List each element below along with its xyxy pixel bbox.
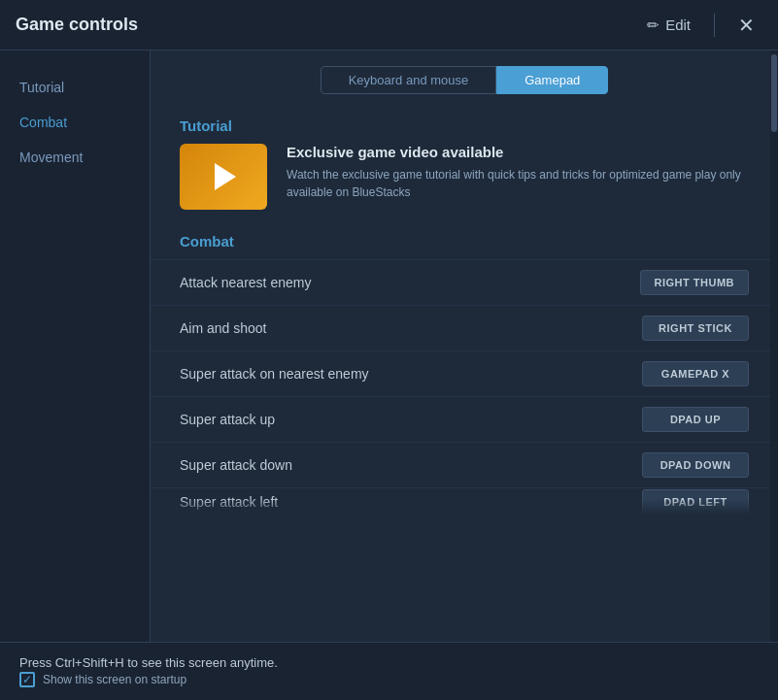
tab-bar: Keyboard and mouse Gamepad bbox=[151, 50, 778, 110]
play-icon bbox=[215, 163, 236, 190]
title-bar: Game controls ✏ Edit ✕ bbox=[0, 0, 778, 50]
footer-content: Press Ctrl+Shift+H to see this screen an… bbox=[19, 655, 278, 687]
close-button[interactable]: ✕ bbox=[730, 12, 762, 39]
tutorial-block: Exclusive game video available Watch the… bbox=[151, 144, 778, 229]
sidebar-item-label: Combat bbox=[19, 115, 67, 130]
startup-checkbox[interactable]: ✓ bbox=[19, 672, 35, 687]
control-binding-button[interactable]: DPAD UP bbox=[642, 407, 749, 432]
control-row: Super attack on nearest enemy GAMEPAD X bbox=[151, 350, 778, 396]
sidebar-item-label: Tutorial bbox=[19, 80, 64, 95]
control-binding-button[interactable]: RIGHT STICK bbox=[642, 316, 749, 341]
content-area: Keyboard and mouse Gamepad Tutorial Excl… bbox=[151, 50, 778, 642]
edit-button[interactable]: ✏ Edit bbox=[639, 13, 698, 38]
startup-checkbox-row: ✓ Show this screen on startup bbox=[19, 672, 278, 687]
control-name: Attack nearest enemy bbox=[180, 275, 311, 290]
tab-gamepad[interactable]: Gamepad bbox=[496, 66, 608, 94]
control-binding-button[interactable]: DPAD DOWN bbox=[642, 452, 749, 478]
edit-label: Edit bbox=[665, 17, 691, 33]
title-bar-left: Game controls bbox=[16, 15, 138, 35]
control-row: Aim and shoot RIGHT STICK bbox=[151, 305, 778, 350]
control-row: Super attack down DPAD DOWN bbox=[151, 442, 778, 487]
control-binding-button[interactable]: DPAD LEFT bbox=[642, 489, 749, 515]
control-row-partial: Super attack left DPAD LEFT bbox=[151, 487, 778, 515]
sidebar-item-tutorial[interactable]: Tutorial bbox=[0, 70, 150, 105]
main-layout: Tutorial Combat Movement Keyboard and mo… bbox=[0, 50, 778, 642]
combat-section-label: Combat bbox=[151, 229, 778, 259]
control-name: Super attack left bbox=[180, 494, 278, 510]
control-name: Super attack up bbox=[180, 412, 275, 427]
tab-keyboard-label: Keyboard and mouse bbox=[349, 73, 469, 87]
window-title: Game controls bbox=[16, 15, 138, 35]
footer: Press Ctrl+Shift+H to see this screen an… bbox=[0, 642, 778, 700]
startup-checkbox-label: Show this screen on startup bbox=[43, 673, 186, 686]
scrollbar-track[interactable] bbox=[770, 50, 778, 642]
sidebar-item-movement[interactable]: Movement bbox=[0, 140, 150, 175]
control-row: Super attack up DPAD UP bbox=[151, 396, 778, 442]
footer-hint: Press Ctrl+Shift+H to see this screen an… bbox=[19, 655, 278, 670]
control-name: Super attack on nearest enemy bbox=[180, 366, 369, 382]
tutorial-heading: Exclusive game video available bbox=[287, 144, 749, 160]
control-row: Attack nearest enemy RIGHT THUMB bbox=[151, 259, 778, 305]
video-thumbnail[interactable] bbox=[180, 144, 267, 210]
close-icon: ✕ bbox=[738, 15, 755, 36]
control-binding-button[interactable]: RIGHT THUMB bbox=[640, 270, 750, 295]
sidebar: Tutorial Combat Movement bbox=[0, 50, 151, 642]
control-binding-button[interactable]: GAMEPAD X bbox=[642, 361, 749, 386]
tab-gamepad-label: Gamepad bbox=[524, 73, 580, 87]
control-name: Aim and shoot bbox=[180, 320, 267, 336]
tutorial-description: Watch the exclusive game tutorial with q… bbox=[287, 166, 749, 201]
pencil-icon: ✏ bbox=[647, 17, 660, 34]
title-bar-right: ✏ Edit ✕ bbox=[639, 12, 762, 39]
scrollbar-thumb[interactable] bbox=[771, 54, 777, 132]
sidebar-item-combat[interactable]: Combat bbox=[0, 105, 150, 140]
tutorial-text: Exclusive game video available Watch the… bbox=[287, 144, 749, 201]
tab-keyboard[interactable]: Keyboard and mouse bbox=[321, 66, 497, 94]
checkbox-check-icon: ✓ bbox=[22, 674, 32, 685]
tutorial-section-label: Tutorial bbox=[151, 110, 778, 144]
title-divider bbox=[714, 14, 715, 37]
sidebar-item-label: Movement bbox=[19, 150, 83, 165]
control-name: Super attack down bbox=[180, 457, 292, 473]
